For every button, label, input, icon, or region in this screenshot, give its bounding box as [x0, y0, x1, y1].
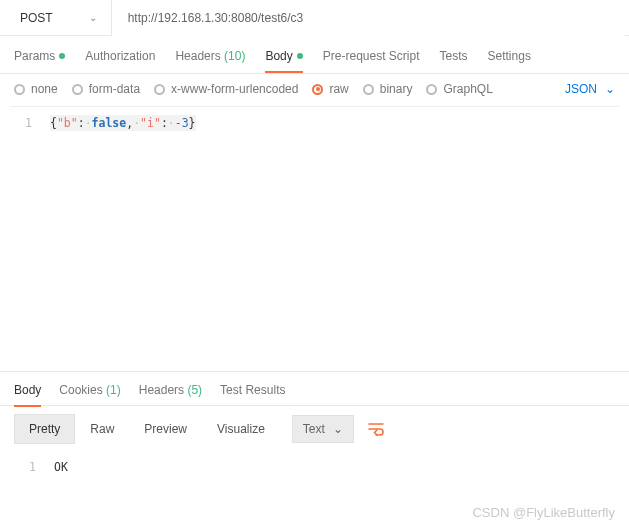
chevron-down-icon: ⌄ — [333, 422, 343, 436]
body-type-x-www-form-urlencoded[interactable]: x-www-form-urlencoded — [154, 82, 298, 96]
response-body[interactable]: 1 OK — [0, 450, 629, 484]
dot-indicator-icon — [297, 53, 303, 59]
radio-icon — [426, 84, 437, 95]
response-tabs: Body Cookies (1) Headers (5) Test Result… — [0, 372, 629, 406]
tab-label: Cookies — [59, 383, 102, 397]
resp-tab-cookies[interactable]: Cookies (1) — [59, 372, 120, 406]
radio-icon — [363, 84, 374, 95]
radio-icon — [154, 84, 165, 95]
view-visualize-button[interactable]: Visualize — [202, 414, 280, 444]
tab-count: (1) — [106, 383, 121, 397]
chevron-down-icon: ⌄ — [89, 12, 97, 23]
response-format-select[interactable]: Text ⌄ — [292, 415, 354, 443]
response-line: 1 OK — [14, 460, 615, 474]
line-number: 1 — [10, 116, 32, 130]
tab-settings[interactable]: Settings — [488, 38, 531, 72]
resp-tab-headers[interactable]: Headers (5) — [139, 372, 202, 406]
body-type-form-data[interactable]: form-data — [72, 82, 140, 96]
raw-format-select[interactable]: JSON ⌄ — [565, 82, 615, 96]
line-wrap-icon[interactable] — [368, 422, 384, 436]
tab-label: Body — [265, 49, 292, 63]
request-bar: POST ⌄ — [0, 0, 629, 36]
line-number: 1 — [14, 460, 36, 474]
tab-tests[interactable]: Tests — [440, 38, 468, 72]
body-type-row: none form-data x-www-form-urlencoded raw… — [0, 74, 629, 106]
view-preview-button[interactable]: Preview — [129, 414, 202, 444]
view-raw-button[interactable]: Raw — [75, 414, 129, 444]
format-value: JSON — [565, 82, 597, 96]
body-type-binary[interactable]: binary — [363, 82, 413, 96]
response-toolbar: Pretty Raw Preview Visualize Text ⌄ — [0, 406, 629, 450]
radio-icon — [14, 84, 25, 95]
tab-label: Params — [14, 49, 55, 63]
http-method-select[interactable]: POST ⌄ — [4, 0, 112, 36]
body-type-raw[interactable]: raw — [312, 82, 348, 96]
radio-icon — [72, 84, 83, 95]
tab-params[interactable]: Params — [14, 38, 65, 72]
response-text: OK — [54, 460, 68, 474]
radio-icon — [312, 84, 323, 95]
dot-indicator-icon — [59, 53, 65, 59]
tab-label: Headers — [175, 49, 220, 63]
tab-body[interactable]: Body — [265, 38, 302, 72]
body-type-none[interactable]: none — [14, 82, 58, 96]
tab-prerequest[interactable]: Pre-request Script — [323, 38, 420, 72]
tab-label: Headers — [139, 383, 184, 397]
tab-authorization[interactable]: Authorization — [85, 38, 155, 72]
format-value: Text — [303, 422, 325, 436]
url-input[interactable] — [112, 0, 625, 36]
http-method-value: POST — [20, 11, 53, 25]
editor-line: 1 {"b":·false,·"i":·-3} — [10, 115, 619, 131]
request-tabs: Params Authorization Headers (10) Body P… — [0, 36, 629, 74]
tab-headers[interactable]: Headers (10) — [175, 38, 245, 72]
chevron-down-icon: ⌄ — [605, 82, 615, 96]
resp-tab-test-results[interactable]: Test Results — [220, 372, 285, 406]
request-body-editor[interactable]: 1 {"b":·false,·"i":·-3} — [0, 107, 629, 372]
view-pretty-button[interactable]: Pretty — [14, 414, 75, 444]
code-content[interactable]: {"b":·false,·"i":·-3} — [50, 115, 196, 131]
body-type-graphql[interactable]: GraphQL — [426, 82, 492, 96]
watermark: CSDN @FlyLikeButterfly — [472, 505, 615, 520]
tab-count: (10) — [224, 49, 245, 63]
tab-count: (5) — [187, 383, 202, 397]
resp-tab-body[interactable]: Body — [14, 372, 41, 406]
